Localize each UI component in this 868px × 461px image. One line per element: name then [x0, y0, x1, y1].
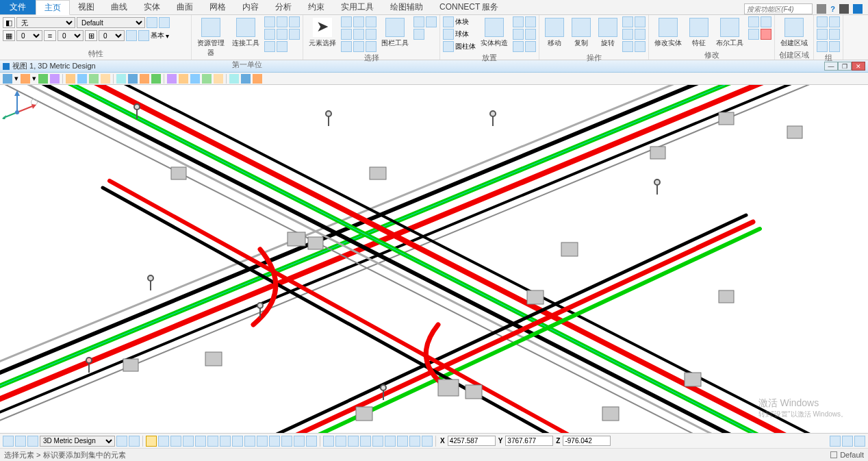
bb-snap11[interactable]: [269, 436, 280, 447]
resource-mgr-button[interactable]: 资源管理器: [194, 16, 227, 59]
dt-pan-icon[interactable]: [38, 74, 48, 84]
op-s2[interactable]: [635, 16, 646, 27]
dt-t9[interactable]: [214, 74, 223, 84]
basic-btn[interactable]: 基本▾: [138, 30, 169, 41]
tab-drawaid[interactable]: 绘图辅助: [382, 0, 431, 14]
bb-cube8[interactable]: [409, 436, 420, 447]
rotate-button[interactable]: 旋转: [596, 16, 620, 49]
dt-window-icon[interactable]: [77, 74, 87, 84]
sel-s6[interactable]: [366, 29, 376, 40]
sel-s8[interactable]: [353, 41, 364, 52]
dw-s8[interactable]: [277, 41, 288, 52]
gr-s6[interactable]: [829, 41, 840, 52]
bb-cube4[interactable]: [360, 436, 371, 447]
gr-s3[interactable]: [817, 29, 828, 40]
dt-t8[interactable]: [202, 74, 212, 84]
pl-s2[interactable]: [525, 16, 536, 27]
bb-snap9[interactable]: [244, 436, 255, 447]
bb-vg2[interactable]: [129, 436, 140, 447]
dt-t1[interactable]: [116, 74, 126, 84]
dt-t5[interactable]: [167, 74, 177, 84]
element-select-button[interactable]: ➤元素选择: [306, 16, 339, 49]
sel-s1[interactable]: [341, 16, 352, 27]
bb-r2[interactable]: [842, 436, 853, 447]
dt-t10[interactable]: [229, 74, 239, 84]
bb-snap4[interactable]: [183, 436, 194, 447]
attr-tool-3[interactable]: [126, 30, 137, 41]
coord-z-input[interactable]: [563, 436, 611, 446]
move-button[interactable]: 移动: [542, 16, 567, 49]
dw-s1[interactable]: [264, 16, 275, 27]
fence-tool-button[interactable]: 围栏工具: [379, 16, 411, 49]
sel-s7[interactable]: [341, 41, 352, 52]
create-region-button[interactable]: 创建区域: [778, 16, 810, 49]
level-select[interactable]: 无: [16, 17, 75, 28]
bb-expand-icon[interactable]: [27, 436, 38, 447]
gr-s4[interactable]: [829, 29, 840, 40]
bb-cube1[interactable]: [323, 436, 334, 447]
sel-t2[interactable]: [426, 16, 437, 27]
op-s3[interactable]: [622, 29, 633, 40]
md-s2[interactable]: [761, 16, 771, 27]
boolean-button[interactable]: 布尔工具: [713, 16, 746, 49]
bb-snap12[interactable]: [281, 436, 292, 447]
cylinder-icon[interactable]: [443, 41, 454, 52]
pl-s3[interactable]: [513, 29, 524, 40]
tab-content[interactable]: 内容: [234, 0, 267, 14]
dt-t7[interactable]: [190, 74, 200, 84]
bb-cube6[interactable]: [385, 436, 396, 447]
op-s4[interactable]: [635, 29, 646, 40]
tab-connect[interactable]: CONNECT 服务: [431, 0, 507, 14]
attr-tool-2[interactable]: [159, 17, 170, 28]
dw-s6[interactable]: [289, 29, 300, 40]
bb-cube2[interactable]: [335, 436, 346, 447]
tab-surface[interactable]: 曲面: [168, 0, 201, 14]
dt-t2[interactable]: [128, 74, 138, 84]
sel-t1[interactable]: [413, 16, 424, 27]
help-icon[interactable]: ?: [830, 5, 835, 13]
tab-file[interactable]: 文件: [0, 0, 36, 14]
bb-cube7[interactable]: [397, 436, 408, 447]
dw-s4[interactable]: [264, 29, 275, 40]
bb-nav2[interactable]: [15, 436, 26, 447]
tab-constraint[interactable]: 约束: [300, 0, 333, 14]
dt-t12[interactable]: [253, 74, 262, 84]
pl-s1[interactable]: [513, 16, 524, 27]
sphere-icon[interactable]: [443, 29, 454, 40]
copy-button[interactable]: 复制: [569, 16, 593, 49]
dw-s7[interactable]: [264, 41, 275, 52]
bb-snap10[interactable]: [257, 436, 268, 447]
dt-t4[interactable]: [151, 74, 161, 84]
dw-s3[interactable]: [289, 16, 300, 27]
cube-icon[interactable]: [443, 16, 454, 27]
lineweight-select[interactable]: 0: [58, 30, 84, 41]
dw-s5[interactable]: [277, 29, 288, 40]
viewport[interactable]: 激活 Windows 转到"设置"以激活 Windows。: [0, 85, 868, 433]
lock-icon[interactable]: [830, 451, 837, 458]
bb-cube3[interactable]: [348, 436, 359, 447]
sel-s5[interactable]: [353, 29, 364, 40]
priority-select[interactable]: 0: [99, 30, 125, 41]
dt-next-icon[interactable]: [101, 74, 110, 84]
dt-zoom-icon[interactable]: [21, 74, 30, 84]
tab-solid[interactable]: 实体: [136, 0, 168, 14]
doc-close-button[interactable]: ✕: [852, 62, 865, 71]
gr-s5[interactable]: [817, 41, 828, 52]
collapse-ribbon-icon[interactable]: [853, 4, 863, 14]
md-s3[interactable]: [748, 29, 759, 40]
pl-s4[interactable]: [525, 29, 536, 40]
dw-s2[interactable]: [277, 16, 288, 27]
bb-snap13[interactable]: [294, 436, 305, 447]
modify-entity-button[interactable]: 修改实体: [652, 16, 685, 49]
dt-fit-icon[interactable]: [66, 74, 75, 84]
sel-s3[interactable]: [366, 16, 376, 27]
doc-restore-button[interactable]: ❐: [838, 62, 852, 71]
dt-t6[interactable]: [179, 74, 188, 84]
dt-view-icon[interactable]: [3, 74, 12, 84]
search-icon[interactable]: [817, 4, 826, 14]
tab-view[interactable]: 视图: [70, 0, 103, 14]
sel-s9[interactable]: [366, 41, 376, 52]
level-icon[interactable]: ◧: [3, 17, 15, 28]
bb-snap7[interactable]: [220, 436, 231, 447]
solid-construct-button[interactable]: 实体构造: [478, 16, 511, 49]
